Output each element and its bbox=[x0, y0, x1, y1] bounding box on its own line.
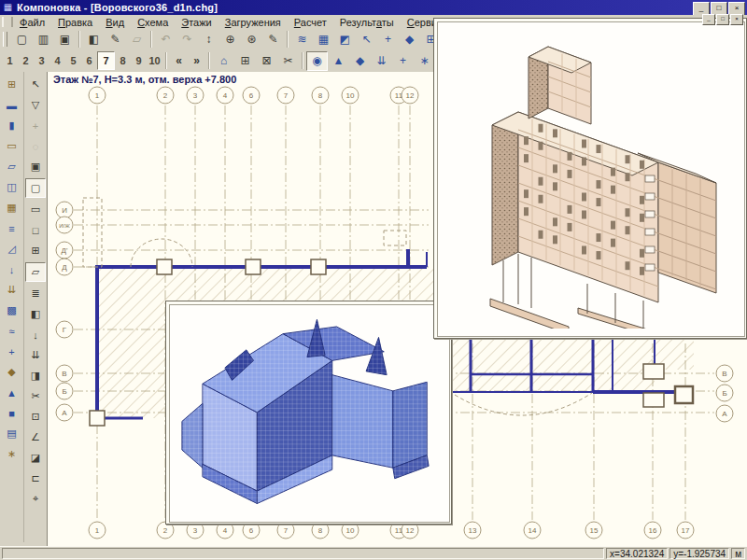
point-load-tool-button[interactable]: ↓ bbox=[3, 260, 21, 278]
diaphragm-tool-button[interactable]: ◆ bbox=[3, 363, 21, 381]
corner-slab-tool-button[interactable]: ◪ bbox=[26, 449, 45, 467]
measure-button[interactable]: ↕ bbox=[198, 30, 219, 49]
edit-nodes-button[interactable]: + bbox=[377, 30, 399, 49]
select-window-button[interactable]: ◧ bbox=[83, 30, 105, 49]
round-rect-tool-button[interactable]: ▢ bbox=[25, 178, 46, 198]
opening-tool-button[interactable]: ◫ bbox=[3, 178, 21, 196]
show-layers-button[interactable]: ≋ bbox=[291, 30, 313, 49]
floor-button-7[interactable]: 7 bbox=[97, 51, 115, 70]
menu-item-8[interactable]: Результаты bbox=[333, 16, 401, 29]
area-load-tool-button[interactable]: ▩ bbox=[3, 301, 21, 319]
pointer-tool-button[interactable]: ↖ bbox=[26, 76, 45, 93]
lasso-tool-button[interactable]: ◌ bbox=[26, 137, 45, 155]
pair-walls-tool-button[interactable]: ◧ bbox=[26, 305, 45, 323]
column-tool-button[interactable]: ▮ bbox=[3, 117, 21, 134]
floor-button-6[interactable]: 6 bbox=[81, 52, 97, 69]
angle-tool-button[interactable]: ∠ bbox=[26, 428, 45, 446]
figure-tool-button[interactable]: ⌖ bbox=[26, 490, 45, 508]
child-restore-button[interactable]: □ bbox=[716, 14, 729, 25]
axis-circle-А: А bbox=[716, 405, 733, 422]
svg-text:10: 10 bbox=[346, 526, 355, 535]
floor-button-4[interactable]: 4 bbox=[49, 52, 65, 69]
fragment-view-button[interactable]: ◩ bbox=[334, 30, 356, 49]
axis-circle-17: 17 bbox=[677, 522, 694, 539]
redo-button[interactable]: ↷ bbox=[176, 30, 198, 49]
zoom-window-button[interactable]: ⊕ bbox=[219, 30, 241, 49]
axis-circle-1: 1 bbox=[89, 87, 106, 104]
multi-rect-tool-button[interactable]: ⊞ bbox=[26, 242, 45, 259]
wall-tool-button[interactable]: ▬ bbox=[3, 96, 21, 114]
view-3d-button[interactable]: ▲ bbox=[328, 51, 349, 71]
floor-button-9[interactable]: 9 bbox=[131, 52, 147, 69]
save-file-button[interactable]: ▣ bbox=[54, 30, 76, 49]
slab-select-tool-button[interactable]: ▱ bbox=[25, 262, 46, 282]
prev-floor-button[interactable]: « bbox=[170, 52, 188, 69]
foundation-tool-button[interactable]: ▦ bbox=[3, 199, 21, 217]
dropper-tool-button[interactable]: ▣ bbox=[26, 158, 45, 175]
slab-tool-button[interactable]: ▱ bbox=[3, 158, 21, 175]
child-close-button[interactable]: × bbox=[730, 14, 743, 25]
core-tool-button[interactable]: ■ bbox=[3, 404, 21, 422]
floor-button-1[interactable]: 1 bbox=[2, 52, 18, 69]
floor-button-8[interactable]: 8 bbox=[115, 52, 131, 69]
show-whole-model-button[interactable]: ◉ bbox=[306, 51, 328, 71]
show-axes-button[interactable]: + bbox=[392, 51, 414, 71]
menu-item-3[interactable]: Вид bbox=[99, 16, 131, 29]
floor-button-10[interactable]: 10 bbox=[147, 52, 162, 69]
toolbar-grip[interactable] bbox=[3, 32, 7, 47]
view-facade-button[interactable]: ◆ bbox=[349, 51, 371, 71]
menu-item-4[interactable]: Схема bbox=[131, 16, 175, 29]
menu-item-6[interactable]: Загружения bbox=[218, 16, 288, 29]
mesh-view-window[interactable] bbox=[165, 301, 452, 525]
multi-down-tool-button[interactable]: ⇊ bbox=[26, 346, 45, 364]
frame-tool-button[interactable]: □ bbox=[26, 221, 45, 239]
floor-button-5[interactable]: 5 bbox=[65, 52, 81, 69]
child-minimize-button[interactable]: _ bbox=[702, 14, 715, 25]
show-grid-button[interactable]: ▦ bbox=[313, 30, 334, 49]
filter-tool-button[interactable]: ▽ bbox=[26, 96, 45, 114]
axis-circle-16: 16 bbox=[644, 522, 661, 539]
line-load-tool-button[interactable]: ⇊ bbox=[3, 281, 21, 299]
copy-element-tool-button[interactable]: ∗ bbox=[3, 445, 21, 463]
menu-item-7[interactable]: Расчет bbox=[288, 16, 333, 29]
wind-load-tool-button[interactable]: ≈ bbox=[3, 322, 21, 340]
menu-item-1[interactable]: Файл bbox=[13, 16, 51, 29]
show-loads-button[interactable]: ⇊ bbox=[371, 51, 392, 71]
zoom-extents-button[interactable]: ⊛ bbox=[241, 30, 262, 49]
extend-tool-button[interactable]: ⊏ bbox=[26, 469, 45, 487]
select-clear-button[interactable]: ▱ bbox=[126, 30, 148, 49]
scissors-tool-button[interactable]: ✂ bbox=[26, 387, 45, 405]
pick-node-tool-button[interactable]: + bbox=[26, 117, 45, 134]
view-3d-window[interactable]: _ □ × bbox=[433, 18, 747, 339]
add-fragment-tool-button[interactable]: + bbox=[3, 343, 21, 360]
ramp-tool-button[interactable]: ◿ bbox=[3, 240, 21, 258]
open-file-button[interactable]: ▥ bbox=[33, 30, 54, 49]
layers-tool-button[interactable]: ≣ bbox=[26, 285, 45, 302]
assign-properties-button[interactable]: ◆ bbox=[399, 30, 420, 49]
rect-tool-button[interactable]: ▭ bbox=[26, 201, 45, 218]
new-file-button[interactable]: ▢ bbox=[11, 30, 33, 49]
copy-floor-button[interactable]: ⌂ bbox=[213, 51, 234, 71]
copy-fragment-tool-button[interactable]: ⊡ bbox=[26, 408, 45, 426]
mesh-tool-button[interactable]: ▤ bbox=[3, 425, 21, 442]
half-slab-tool-button[interactable]: ◨ bbox=[26, 367, 45, 385]
roof-tool-button[interactable]: ▲ bbox=[3, 384, 21, 401]
edit-pencil-button[interactable]: ✎ bbox=[262, 30, 284, 49]
stairs-tool-button[interactable]: ≡ bbox=[3, 219, 21, 237]
beam-tool-button[interactable]: ▭ bbox=[3, 137, 21, 155]
select-polygon-button[interactable]: ✎ bbox=[105, 30, 126, 49]
grid-step-button[interactable]: ⊞ bbox=[234, 51, 256, 71]
grid-cut-button[interactable]: ✂ bbox=[277, 51, 299, 71]
menu-grip[interactable] bbox=[2, 17, 13, 27]
select-cursor-button[interactable]: ↖ bbox=[356, 30, 377, 49]
next-floor-button[interactable]: » bbox=[188, 52, 205, 69]
grid-edit-button[interactable]: ⊠ bbox=[256, 51, 277, 71]
menu-item-2[interactable]: Правка bbox=[51, 16, 99, 29]
down-arrow-tool-button[interactable]: ↓ bbox=[26, 326, 45, 343]
undo-button[interactable]: ↶ bbox=[155, 30, 176, 49]
menu-item-5[interactable]: Этажи bbox=[175, 16, 218, 29]
grid-axes-tool-button[interactable]: ⊞ bbox=[3, 76, 21, 93]
floor-button-3[interactable]: 3 bbox=[34, 52, 49, 69]
floor-button-2[interactable]: 2 bbox=[18, 52, 34, 69]
refresh-view-button[interactable]: ∗ bbox=[414, 51, 435, 71]
